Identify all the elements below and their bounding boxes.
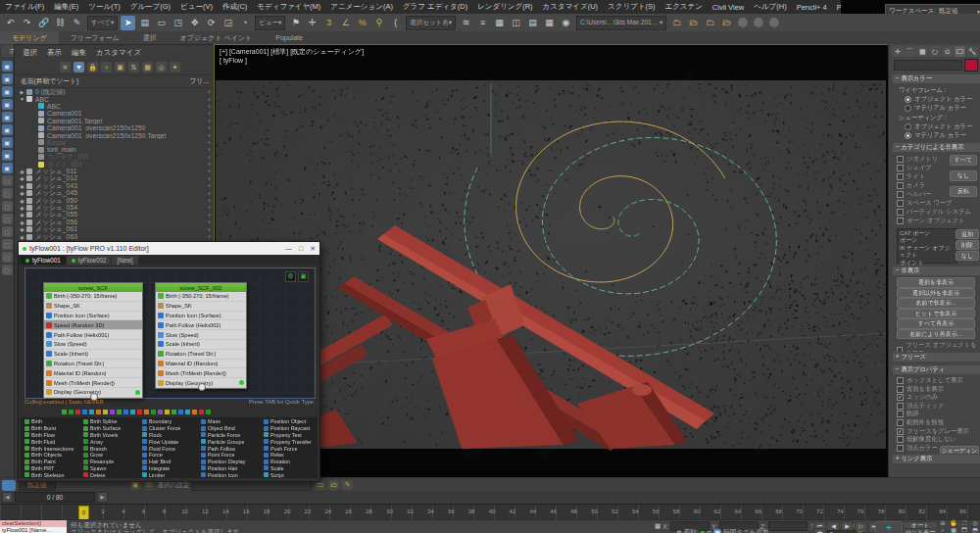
- palette-swatch[interactable]: [158, 410, 163, 414]
- filter-toggle-icon[interactable]: ▢: [2, 252, 13, 263]
- explorer-row[interactable]: ▶0 (既定値): [15, 88, 215, 95]
- filter-toggle-icon[interactable]: ▢: [2, 239, 13, 250]
- scale-icon[interactable]: ◲: [220, 16, 235, 30]
- node-operator[interactable]: Material ID (Random): [44, 368, 142, 378]
- palette-swatch[interactable]: [165, 410, 170, 414]
- timetag-icon[interactable]: ▣: [713, 529, 721, 533]
- palette-swatch[interactable]: [199, 410, 204, 414]
- explorer-row[interactable]: ◉メッシュ_063: [15, 233, 215, 240]
- maxscript-mini-listener[interactable]: clearSelection(): [0, 520, 67, 527]
- menu-item[interactable]: グループ(G): [125, 2, 175, 12]
- explorer-tool-icon[interactable]: 🔒: [87, 62, 98, 73]
- eye-icon[interactable]: ◉: [19, 169, 25, 174]
- schematic-view-icon[interactable]: ▦: [542, 16, 557, 30]
- palette-swatch[interactable]: [178, 410, 183, 414]
- button-選択を非表示[interactable]: 選択を非表示: [897, 277, 975, 288]
- depot-operator[interactable]: Scale: [264, 465, 312, 472]
- material-editor-icon[interactable]: ◉: [559, 16, 573, 30]
- palette-swatch[interactable]: [117, 410, 122, 414]
- tyflow-tab-2[interactable]: tyFlow002: [67, 256, 112, 265]
- list-item[interactable]: ボーン: [900, 237, 955, 244]
- render-button[interactable]: [769, 18, 779, 27]
- node-operator[interactable]: Rotation (Travel Dir.): [156, 350, 246, 360]
- explorer-row[interactable]: ◉メッシュ_043: [15, 182, 215, 189]
- button-なし[interactable]: なし: [950, 170, 977, 181]
- filter-toggle-icon[interactable]: ▢: [2, 201, 13, 212]
- depot-operator[interactable]: Birth Paint: [24, 459, 74, 465]
- checkbox-スペース ワープ[interactable]: スペース ワープ: [897, 199, 953, 208]
- filter-toggle-icon[interactable]: ▢: [2, 188, 13, 199]
- select-by-name-icon[interactable]: ▤: [137, 16, 152, 30]
- tyflow-tab-1[interactable]: tyFlow001: [21, 256, 66, 265]
- eye-icon[interactable]: ◉: [19, 205, 25, 211]
- node-operator[interactable]: Slow (Speed): [44, 340, 142, 350]
- menu-item[interactable]: ツール(T): [83, 2, 124, 12]
- checkbox-パーティクル システム[interactable]: パーティクル システム: [897, 208, 971, 217]
- palette-swatch[interactable]: [151, 410, 156, 414]
- layer-manager-button[interactable]: [2, 480, 16, 491]
- viewport-label-line1[interactable]: [+] [Camera001] [標準] [既定のシェーディング]: [220, 48, 364, 55]
- depot-operator[interactable]: Mass: [201, 418, 245, 425]
- depot-operator[interactable]: Cluster Force: [142, 425, 180, 432]
- node-operator[interactable]: Slow (Speed): [156, 330, 246, 340]
- panel-tab-3[interactable]: ▦: [916, 46, 928, 57]
- depot-operator[interactable]: Grow: [83, 452, 121, 459]
- depot-operator[interactable]: Delete: [83, 471, 121, 478]
- rollout-表示プロパティ[interactable]: − 表示プロパティ: [892, 364, 980, 375]
- depot-operator[interactable]: Birth: [24, 418, 74, 425]
- depot-operator[interactable]: Branch: [83, 445, 121, 452]
- placement-icon[interactable]: ◔: [237, 16, 252, 30]
- depot-operator[interactable]: Position Object: [264, 418, 312, 425]
- window-button[interactable]: □: [299, 245, 303, 253]
- node-operator[interactable]: Birth (-350-270; 15/frame): [44, 292, 142, 302]
- checkbox-カメラ[interactable]: カメラ: [897, 181, 925, 190]
- palette-swatch[interactable]: [110, 410, 115, 414]
- radio-オブジェクト カラー[interactable]: オブジェクト カラー: [905, 95, 973, 104]
- eye-icon[interactable]: ◉: [19, 198, 25, 204]
- explorer-row[interactable]: ◉メッシュ_055: [15, 212, 215, 218]
- explorer-row[interactable]: Camera001.Target: [15, 118, 215, 124]
- layer-manager-icon[interactable]: ▦: [492, 16, 507, 30]
- palette-swatch[interactable]: [206, 410, 211, 414]
- eye-icon[interactable]: ◉: [19, 183, 25, 189]
- list-item[interactable]: CAT ボーン: [900, 230, 955, 237]
- depot-operator[interactable]: Birth Skeleton: [24, 471, 74, 478]
- node-operator[interactable]: Rotation (Travel Dir.): [44, 360, 142, 369]
- palette-swatch[interactable]: [69, 410, 74, 414]
- menu-item[interactable]: ヘルプ(H): [749, 2, 791, 12]
- nav-icon[interactable]: ⬒: [970, 527, 980, 533]
- explorer-row[interactable]: ◉メッシュ_050: [15, 197, 215, 204]
- render-button[interactable]: [738, 18, 748, 27]
- depot-operator[interactable]: Birth Burst: [24, 425, 74, 432]
- button-名前により再表示...[interactable]: 名前により再表示...: [897, 329, 975, 340]
- depot-operator[interactable]: Resample: [83, 459, 121, 465]
- viewport-label[interactable]: [+] [Camera001] [標準] [既定のシェーディング][ tyFlo…: [220, 47, 364, 65]
- node-header[interactable]: screw_SCF_002: [156, 283, 246, 292]
- explorer-row[interactable]: Camera001_overscan2150x1250.Target: [15, 131, 215, 138]
- depot-operator[interactable]: Birth Fluid: [24, 438, 74, 445]
- depot-operator[interactable]: Script: [264, 471, 312, 478]
- menu-item[interactable]: 作成(C): [218, 2, 252, 12]
- palette-swatch[interactable]: [123, 410, 128, 414]
- menu-item[interactable]: Civil View: [708, 3, 749, 12]
- explorer-row[interactable]: コンテナ_001: [15, 154, 215, 161]
- z-field[interactable]: [768, 521, 808, 531]
- nav-icon[interactable]: ⛶: [959, 520, 969, 527]
- node-operator[interactable]: Position Icon (Surface): [156, 312, 246, 321]
- menu-item[interactable]: ファイル(F): [0, 2, 49, 12]
- explorer-tool-icon[interactable]: ＋: [101, 62, 112, 73]
- nav-icon[interactable]: ◎: [970, 520, 980, 527]
- depot-operator[interactable]: Birth Objects: [24, 452, 74, 459]
- node-operator[interactable]: Scale (Inherit): [44, 350, 142, 360]
- filter-toggle-icon[interactable]: ▣: [2, 150, 13, 161]
- node-operator[interactable]: Material ID (Random): [156, 360, 246, 369]
- rollout-リンク表示[interactable]: + リンク表示: [892, 454, 980, 464]
- menu-item[interactable]: アニメーション(A): [325, 2, 398, 12]
- import-folder-icon[interactable]: 🗁: [686, 16, 701, 30]
- depot-operator[interactable]: Fluid Force: [142, 445, 180, 452]
- project-path-dropdown[interactable]: C:\Users\…\3ds Max 201… ▾: [576, 16, 666, 30]
- checkbox-頂点カラー[interactable]: 頂点カラー: [897, 444, 938, 453]
- rotate-icon[interactable]: ⟳: [204, 16, 219, 30]
- depot-operator[interactable]: Birth Flow: [24, 432, 74, 439]
- ribbon-tab-4[interactable]: オブジェクト ペイント: [169, 31, 265, 44]
